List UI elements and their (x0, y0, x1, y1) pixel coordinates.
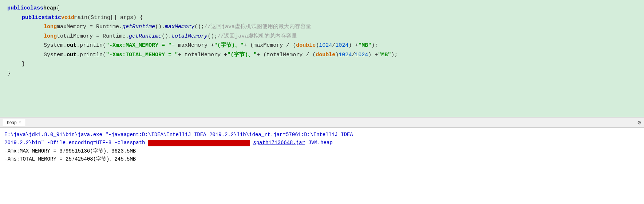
keyword-void: void (61, 13, 74, 23)
console-panel: heap × ⚙ E:\java\jdk1.8.0_91\bin\java.ex… (0, 117, 644, 204)
console-tab-label: heap (7, 120, 17, 125)
method-maxmemory: maxMemory (165, 22, 194, 32)
keyword-public: public (7, 4, 27, 13)
string-bytes2: "(字节)、" (227, 50, 257, 60)
number-1024c: 1024 (339, 50, 352, 60)
code-line-4: long totalMemory = Runtime. getRuntime (… (0, 32, 644, 41)
field-out2: out (67, 50, 76, 60)
keyword-double1: double (296, 41, 316, 50)
redacted-bar (148, 140, 250, 146)
string-xms: "-Xms:TOTAL_MEMORY = " (106, 50, 178, 60)
method-getruntime2: getRuntime (129, 32, 162, 41)
keyword-class: class (27, 4, 43, 13)
number-1024a: 1024 (319, 41, 332, 50)
code-line-1: public class heap { (0, 4, 644, 13)
console-line-4: -Xms:TOTAL_MEMORY = 257425408(字节)、245.5M… (4, 155, 640, 163)
method-totalmemory: totalMemory (171, 32, 208, 41)
close-icon[interactable]: × (19, 120, 21, 124)
code-line-2: public static void main(String[] args) { (0, 13, 644, 23)
console-line-3: -Xmx:MAX_MEMORY = 3799515136(字节)、3623.5M… (4, 147, 640, 155)
code-maxmemory: maxMemory = Runtime. (57, 22, 122, 32)
comment-1: //返回java虚拟机试图使用的最大内存容量 (204, 22, 311, 32)
string-bytes1: "(字节)、" (214, 41, 244, 50)
keyword-long2: long (44, 32, 57, 41)
console-line-2: 2019.2.2\bin" -Dfile.encoding=UTF-8 -cla… (4, 139, 640, 147)
settings-icon[interactable]: ⚙ (637, 119, 641, 126)
console-tab-bar: heap × ⚙ (0, 118, 644, 128)
code-line-8: } (0, 69, 644, 78)
string-mb1: "MB" (358, 41, 371, 50)
number-1024d: 1024 (355, 50, 368, 60)
code-editor: public class heap { public static void m… (0, 0, 644, 117)
code-line-7: } (0, 59, 644, 69)
method-signature: main(String[] args) { (74, 13, 143, 23)
console-line-1: E:\java\jdk1.8.0_91\bin\java.exe "-javaa… (4, 131, 640, 139)
keyword-public2: public (22, 13, 42, 23)
console-tab-heap[interactable]: heap × (3, 119, 25, 126)
keyword-long1: long (44, 22, 57, 32)
code-line-5: System. out .println( "-Xmx:MAX_MEMORY =… (0, 41, 644, 50)
string-mb2: "MB" (378, 50, 391, 60)
class-name: heap (43, 4, 56, 13)
number-1024b: 1024 (335, 41, 348, 50)
keyword-static: static (42, 13, 61, 23)
console-output: E:\java\jdk1.8.0_91\bin\java.exe "-javaa… (0, 128, 644, 204)
field-out1: out (67, 41, 76, 50)
keyword-double2: double (316, 50, 335, 60)
method-getruntime1: getRuntime (122, 22, 155, 32)
console-line2-jvm: JVM.heap (308, 140, 333, 146)
console-line2-after: spath17136648.jar (253, 140, 305, 146)
code-totalmemory: totalMemory = Runtime. (57, 32, 129, 41)
code-line-3: long maxMemory = Runtime. getRuntime ().… (0, 22, 644, 32)
console-line2-before: 2019.2.2\bin" -Dfile.encoding=UTF-8 -cla… (4, 140, 148, 146)
brace-open: { (56, 4, 60, 13)
code-line-6: System. out .println( "-Xms:TOTAL_MEMORY… (0, 50, 644, 60)
string-xmx: "-Xmx:MAX_MEMORY = " (106, 41, 171, 50)
comment-2: //返回java虚拟机的总内存容量 (217, 32, 297, 41)
